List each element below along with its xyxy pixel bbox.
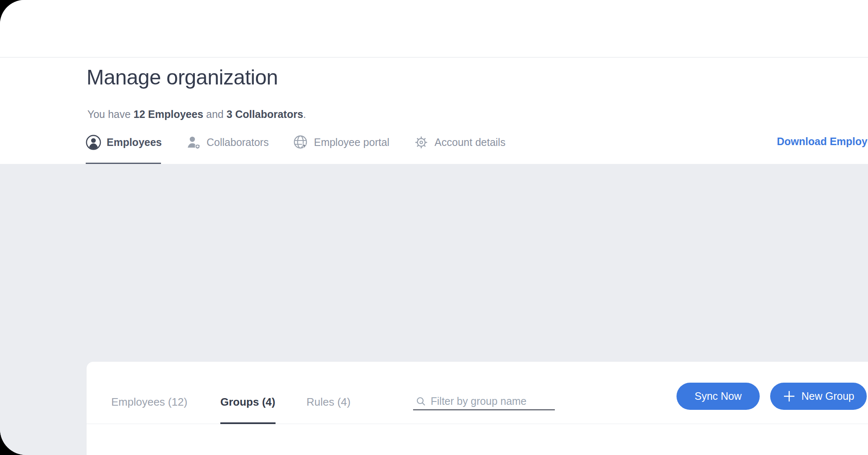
globe-cursor-icon	[293, 135, 309, 150]
gear-icon	[414, 135, 429, 150]
page-body: Employees (12) Groups (4) Rules (4) Sync…	[0, 164, 868, 455]
tab-collaborators-label: Collaborators	[207, 136, 269, 148]
primary-nav-tabs: Employees Collaborators Employee portal …	[86, 133, 505, 151]
group-filter	[413, 394, 555, 410]
plus-icon	[783, 390, 796, 403]
page-title: Manage organization	[87, 64, 278, 90]
tab-account-details[interactable]: Account details	[414, 135, 505, 150]
tab-groups-4[interactable]: Groups (4)	[220, 396, 275, 409]
sync-now-button[interactable]: Sync Now	[677, 383, 760, 410]
tab-account-details-label: Account details	[434, 136, 505, 148]
person-circle-icon	[86, 135, 101, 150]
card-header: Employees (12) Groups (4) Rules (4) Sync…	[87, 362, 868, 424]
collaborator-add-icon	[186, 135, 201, 150]
tab-employees[interactable]: Employees	[86, 135, 162, 150]
app-window: Manage organization You have 12 Employee…	[0, 0, 868, 455]
subtitle-prefix: You have	[87, 108, 133, 120]
sync-now-label: Sync Now	[694, 390, 742, 402]
download-employees-link[interactable]: Download Employee	[777, 135, 868, 148]
groups-card: Employees (12) Groups (4) Rules (4) Sync…	[87, 362, 868, 455]
tab-employee-portal[interactable]: Employee portal	[293, 135, 390, 150]
new-group-label: New Group	[802, 390, 854, 402]
tab-employees-12[interactable]: Employees (12)	[111, 396, 187, 409]
tab-collaborators[interactable]: Collaborators	[186, 135, 269, 150]
filter-by-group-name-input[interactable]	[431, 394, 552, 409]
tab-employees-label: Employees	[107, 136, 162, 148]
subtitle-period: .	[303, 108, 306, 120]
page-subtitle: You have 12 Employees and 3 Collaborator…	[87, 108, 306, 120]
subtitle-and: and	[203, 108, 227, 120]
active-card-tab-underline	[220, 422, 276, 424]
top-bar	[0, 0, 868, 57]
new-group-button[interactable]: New Group	[770, 383, 867, 410]
search-icon	[416, 396, 426, 406]
tab-rules-4[interactable]: Rules (4)	[306, 396, 350, 409]
employees-count: 12 Employees	[133, 108, 203, 120]
tab-employee-portal-label: Employee portal	[314, 136, 390, 148]
page-header: Manage organization You have 12 Employee…	[0, 58, 868, 164]
table-header-row: Group name Created Employees Documents A…	[87, 424, 868, 455]
collaborators-count: 3 Collaborators	[227, 108, 303, 120]
